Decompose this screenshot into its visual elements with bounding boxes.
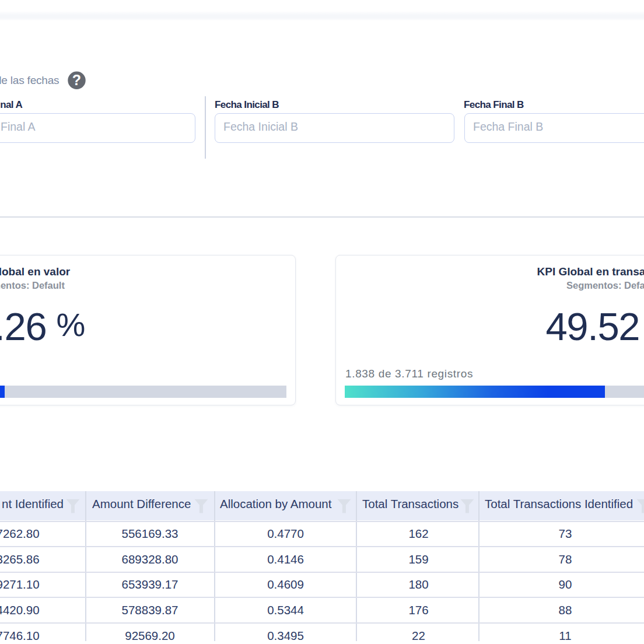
svg-text:?: ?	[72, 72, 81, 88]
